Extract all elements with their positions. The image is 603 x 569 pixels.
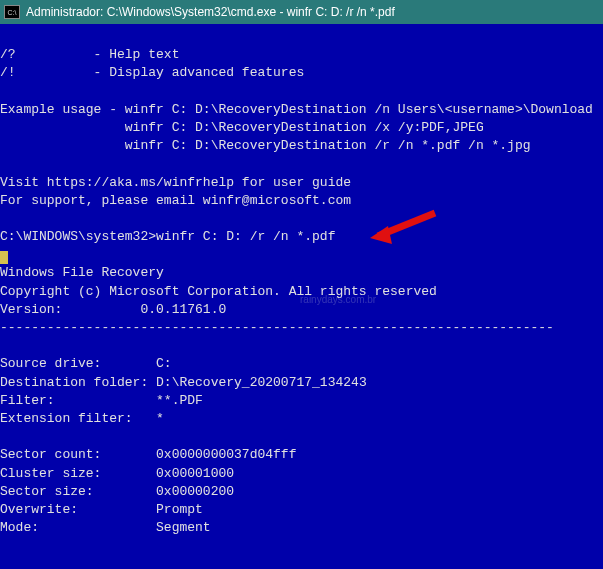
cursor-indicator (0, 251, 8, 264)
filter-label: Filter: (0, 393, 55, 408)
help-option-2: /! - Display advanced features (0, 65, 304, 80)
version-value: 0.0.11761.0 (140, 302, 226, 317)
terminal-output[interactable]: /? - Help text /! - Display advanced fea… (0, 24, 603, 569)
command-input[interactable]: winfr C: D: /r /n *.pdf (156, 229, 335, 244)
help-link: Visit https://aka.ms/winfrhelp for user … (0, 175, 351, 190)
example-usage-3: winfr C: D:\RecoveryDestination /r /n *.… (0, 138, 531, 153)
example-usage-1: Example usage - winfr C: D:\RecoveryDest… (0, 102, 593, 117)
filter-value: **.PDF (156, 393, 203, 408)
mode-label: Mode: (0, 520, 39, 535)
help-option-1: /? - Help text (0, 47, 179, 62)
ext-filter-value: * (156, 411, 164, 426)
sector-count-value: 0x0000000037d04fff (156, 447, 296, 462)
source-drive-label: Source drive: (0, 356, 101, 371)
cmd-icon: C:\ (4, 5, 20, 19)
source-drive-value: C: (156, 356, 172, 371)
sector-count-label: Sector count: (0, 447, 101, 462)
sector-size-value: 0x00000200 (156, 484, 234, 499)
prompt-path: C:\WINDOWS\system32> (0, 229, 156, 244)
window-title: Administrador: C:\Windows\System32\cmd.e… (26, 5, 395, 19)
cluster-size-value: 0x00001000 (156, 466, 234, 481)
app-name: Windows File Recovery (0, 265, 164, 280)
cluster-size-label: Cluster size: (0, 466, 101, 481)
sector-size-label: Sector size: (0, 484, 94, 499)
support-email: For support, please email winfr@microsof… (0, 193, 351, 208)
separator-line: ----------------------------------------… (0, 320, 554, 335)
example-usage-2: winfr C: D:\RecoveryDestination /x /y:PD… (0, 120, 484, 135)
ext-filter-label: Extension filter: (0, 411, 133, 426)
window-titlebar[interactable]: C:\ Administrador: C:\Windows\System32\c… (0, 0, 603, 24)
version-label: Version: (0, 302, 62, 317)
mode-value: Segment (156, 520, 211, 535)
dest-folder-value: D:\Recovery_20200717_134243 (156, 375, 367, 390)
overwrite-label: Overwrite: (0, 502, 78, 517)
dest-folder-label: Destination folder: (0, 375, 148, 390)
overwrite-value: Prompt (156, 502, 203, 517)
copyright: Copyright (c) Microsoft Corporation. All… (0, 284, 437, 299)
